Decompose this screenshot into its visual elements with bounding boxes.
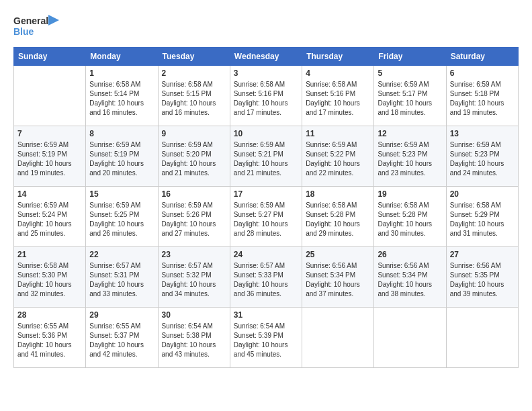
- calendar-cell: 30Sunrise: 6:54 AMSunset: 5:38 PMDayligh…: [158, 308, 230, 368]
- day-number: 29: [89, 310, 154, 320]
- calendar-cell: 25Sunrise: 6:56 AMSunset: 5:34 PMDayligh…: [302, 247, 374, 308]
- calendar-cell: 29Sunrise: 6:55 AMSunset: 5:37 PMDayligh…: [86, 308, 158, 368]
- calendar-cell: 31Sunrise: 6:54 AMSunset: 5:39 PMDayligh…: [230, 308, 302, 368]
- day-number: 2: [162, 68, 226, 78]
- day-info: Sunrise: 6:54 AMSunset: 5:38 PMDaylight:…: [162, 322, 226, 359]
- calendar-cell: 6Sunrise: 6:59 AMSunset: 5:18 PMDaylight…: [446, 66, 518, 126]
- calendar-cell: 13Sunrise: 6:59 AMSunset: 5:23 PMDayligh…: [446, 126, 518, 187]
- day-number: 26: [378, 250, 442, 259]
- calendar-cell: 7Sunrise: 6:59 AMSunset: 5:19 PMDaylight…: [14, 126, 86, 187]
- day-info: Sunrise: 6:57 AMSunset: 5:32 PMDaylight:…: [162, 261, 226, 299]
- day-number: 13: [450, 129, 515, 138]
- day-info: Sunrise: 6:56 AMSunset: 5:35 PMDaylight:…: [450, 261, 515, 299]
- day-info: Sunrise: 6:59 AMSunset: 5:21 PMDaylight:…: [234, 140, 298, 178]
- calendar-cell: 23Sunrise: 6:57 AMSunset: 5:32 PMDayligh…: [158, 247, 230, 308]
- calendar-cell: 20Sunrise: 6:58 AMSunset: 5:29 PMDayligh…: [446, 187, 518, 247]
- calendar-cell: 9Sunrise: 6:59 AMSunset: 5:20 PMDaylight…: [158, 126, 230, 187]
- day-number: 28: [17, 310, 82, 320]
- calendar-cell: 28Sunrise: 6:55 AMSunset: 5:36 PMDayligh…: [14, 308, 86, 368]
- calendar-cell: [446, 308, 518, 368]
- calendar-cell: 11Sunrise: 6:59 AMSunset: 5:22 PMDayligh…: [302, 126, 374, 187]
- calendar-cell: 18Sunrise: 6:58 AMSunset: 5:28 PMDayligh…: [302, 187, 374, 247]
- day-number: 12: [378, 129, 442, 138]
- weekday-header: Tuesday: [158, 48, 230, 66]
- day-info: Sunrise: 6:58 AMSunset: 5:14 PMDaylight:…: [89, 80, 154, 118]
- calendar-cell: 27Sunrise: 6:56 AMSunset: 5:35 PMDayligh…: [446, 247, 518, 308]
- day-info: Sunrise: 6:58 AMSunset: 5:15 PMDaylight:…: [162, 80, 226, 118]
- calendar-cell: 17Sunrise: 6:59 AMSunset: 5:27 PMDayligh…: [230, 187, 302, 247]
- logo-svg: GeneralBlue: [13, 13, 60, 40]
- svg-text:General: General: [13, 15, 48, 26]
- calendar-cell: 2Sunrise: 6:58 AMSunset: 5:15 PMDaylight…: [158, 66, 230, 126]
- day-info: Sunrise: 6:56 AMSunset: 5:34 PMDaylight:…: [306, 261, 370, 299]
- day-number: 22: [89, 250, 154, 259]
- day-number: 15: [89, 189, 154, 199]
- day-info: Sunrise: 6:59 AMSunset: 5:24 PMDaylight:…: [17, 201, 82, 238]
- calendar-cell: 12Sunrise: 6:59 AMSunset: 5:23 PMDayligh…: [374, 126, 446, 187]
- day-number: 16: [162, 189, 226, 199]
- svg-text:Blue: Blue: [13, 26, 34, 37]
- calendar-cell: 26Sunrise: 6:56 AMSunset: 5:34 PMDayligh…: [374, 247, 446, 308]
- day-info: Sunrise: 6:59 AMSunset: 5:17 PMDaylight:…: [378, 80, 442, 118]
- day-number: 1: [89, 68, 154, 78]
- calendar-cell: 10Sunrise: 6:59 AMSunset: 5:21 PMDayligh…: [230, 126, 302, 187]
- day-info: Sunrise: 6:59 AMSunset: 5:19 PMDaylight:…: [17, 140, 82, 178]
- day-info: Sunrise: 6:59 AMSunset: 5:18 PMDaylight:…: [450, 80, 515, 118]
- day-info: Sunrise: 6:58 AMSunset: 5:28 PMDaylight:…: [306, 201, 370, 238]
- calendar-week-row: 7Sunrise: 6:59 AMSunset: 5:19 PMDaylight…: [14, 126, 519, 187]
- day-info: Sunrise: 6:55 AMSunset: 5:36 PMDaylight:…: [17, 322, 82, 359]
- calendar-cell: [374, 308, 446, 368]
- day-info: Sunrise: 6:59 AMSunset: 5:23 PMDaylight:…: [450, 140, 515, 178]
- day-number: 5: [378, 68, 442, 78]
- calendar-cell: 8Sunrise: 6:59 AMSunset: 5:19 PMDaylight…: [86, 126, 158, 187]
- day-number: 8: [89, 129, 154, 138]
- day-info: Sunrise: 6:57 AMSunset: 5:31 PMDaylight:…: [89, 261, 154, 299]
- day-info: Sunrise: 6:55 AMSunset: 5:37 PMDaylight:…: [89, 322, 154, 359]
- day-info: Sunrise: 6:58 AMSunset: 5:16 PMDaylight:…: [306, 80, 370, 118]
- calendar-cell: 16Sunrise: 6:59 AMSunset: 5:26 PMDayligh…: [158, 187, 230, 247]
- day-info: Sunrise: 6:58 AMSunset: 5:16 PMDaylight:…: [234, 80, 298, 118]
- day-info: Sunrise: 6:59 AMSunset: 5:27 PMDaylight:…: [234, 201, 298, 238]
- day-number: 24: [234, 250, 298, 259]
- day-number: 7: [17, 129, 82, 138]
- calendar-cell: 24Sunrise: 6:57 AMSunset: 5:33 PMDayligh…: [230, 247, 302, 308]
- calendar-cell: 22Sunrise: 6:57 AMSunset: 5:31 PMDayligh…: [86, 247, 158, 308]
- day-number: 27: [450, 250, 515, 259]
- calendar-cell: 1Sunrise: 6:58 AMSunset: 5:14 PMDaylight…: [86, 66, 158, 126]
- logo: GeneralBlue: [13, 13, 60, 40]
- day-info: Sunrise: 6:56 AMSunset: 5:34 PMDaylight:…: [378, 261, 442, 299]
- weekday-header: Sunday: [14, 48, 86, 66]
- day-info: Sunrise: 6:58 AMSunset: 5:29 PMDaylight:…: [450, 201, 515, 238]
- day-info: Sunrise: 6:59 AMSunset: 5:25 PMDaylight:…: [89, 201, 154, 238]
- day-info: Sunrise: 6:58 AMSunset: 5:30 PMDaylight:…: [17, 261, 82, 299]
- day-number: 23: [162, 250, 226, 259]
- day-number: 25: [306, 250, 370, 259]
- calendar-cell: [14, 66, 86, 126]
- calendar-cell: 4Sunrise: 6:58 AMSunset: 5:16 PMDaylight…: [302, 66, 374, 126]
- weekday-header: Monday: [86, 48, 158, 66]
- weekday-header: Friday: [374, 48, 446, 66]
- calendar-table: SundayMondayTuesdayWednesdayThursdayFrid…: [13, 47, 519, 368]
- weekday-header: Saturday: [446, 48, 518, 66]
- day-number: 10: [234, 129, 298, 138]
- day-number: 19: [378, 189, 442, 199]
- day-number: 18: [306, 189, 370, 199]
- day-number: 20: [450, 189, 515, 199]
- day-number: 21: [17, 250, 82, 259]
- calendar-week-row: 14Sunrise: 6:59 AMSunset: 5:24 PMDayligh…: [14, 187, 519, 247]
- page-header: GeneralBlue: [13, 13, 519, 40]
- day-number: 17: [234, 189, 298, 199]
- day-info: Sunrise: 6:59 AMSunset: 5:20 PMDaylight:…: [162, 140, 226, 178]
- day-number: 4: [306, 68, 370, 78]
- calendar-cell: 21Sunrise: 6:58 AMSunset: 5:30 PMDayligh…: [14, 247, 86, 308]
- weekday-header-row: SundayMondayTuesdayWednesdayThursdayFrid…: [14, 48, 519, 66]
- day-number: 14: [17, 189, 82, 199]
- calendar-week-row: 28Sunrise: 6:55 AMSunset: 5:36 PMDayligh…: [14, 308, 519, 368]
- svg-marker-0: [48, 15, 59, 26]
- day-info: Sunrise: 6:57 AMSunset: 5:33 PMDaylight:…: [234, 261, 298, 299]
- day-info: Sunrise: 6:54 AMSunset: 5:39 PMDaylight:…: [234, 322, 298, 359]
- calendar-cell: 3Sunrise: 6:58 AMSunset: 5:16 PMDaylight…: [230, 66, 302, 126]
- day-info: Sunrise: 6:58 AMSunset: 5:28 PMDaylight:…: [378, 201, 442, 238]
- day-number: 31: [234, 310, 298, 320]
- weekday-header: Wednesday: [230, 48, 302, 66]
